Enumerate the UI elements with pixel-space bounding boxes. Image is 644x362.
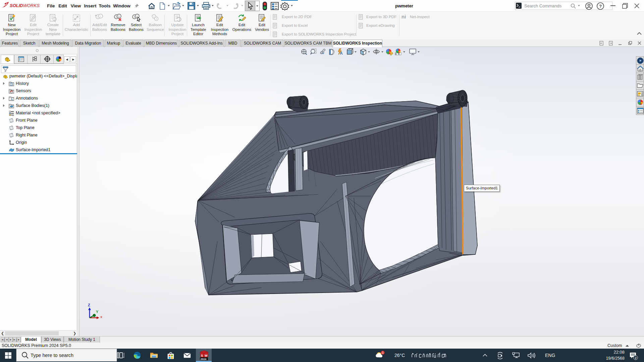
svg-text:2024: 2024 — [201, 358, 207, 361]
svg-text:x: x — [100, 315, 103, 319]
svg-text:A: A — [340, 51, 343, 56]
svg-text:Z: Z — [88, 303, 90, 307]
svg-text:A: A — [10, 98, 13, 101]
svg-text:Y: Y — [96, 310, 99, 314]
svg-text:W: W — [205, 354, 208, 357]
svg-text:2: 2 — [156, 18, 157, 20]
svg-text:1: 1 — [116, 16, 117, 18]
svg-text:?: ? — [599, 4, 602, 9]
svg-text:1: 1 — [97, 16, 99, 18]
svg-text:1: 1 — [100, 15, 101, 17]
svg-text:SOLIDWORKS: SOLIDWORKS — [10, 3, 40, 8]
svg-text:1: 1 — [153, 15, 155, 18]
svg-text:1: 1 — [134, 16, 135, 18]
svg-text:1: 1 — [137, 15, 138, 17]
svg-text:2: 2 — [635, 356, 637, 360]
svg-text:S: S — [201, 354, 203, 357]
svg-text:1: 1 — [118, 15, 120, 17]
svg-text:1: 1 — [382, 351, 384, 354]
